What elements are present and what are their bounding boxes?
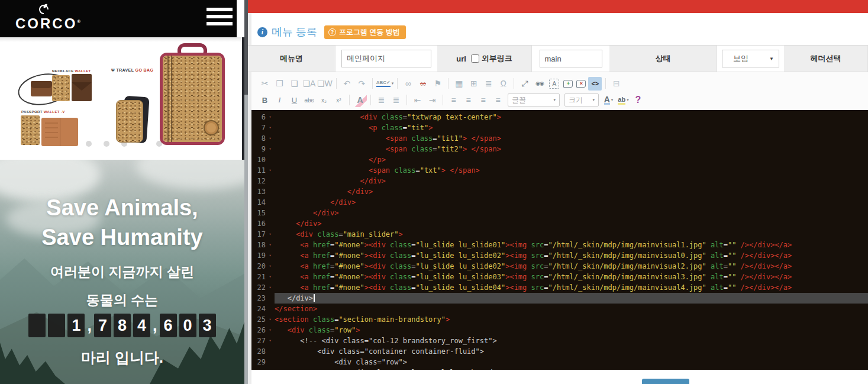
special-char-icon[interactable]: Ω bbox=[496, 77, 510, 91]
code-line[interactable]: 17▾ <div class="main_slider"> bbox=[251, 229, 868, 240]
program-link-help-button[interactable]: ? 프로그램 연동 방법 bbox=[324, 25, 406, 39]
remove-format-icon[interactable]: A bbox=[353, 93, 367, 107]
add-tag-bubble-icon[interactable]: + bbox=[563, 80, 573, 88]
fold-arrow-icon[interactable]: ▾ bbox=[266, 282, 275, 293]
fold-arrow-icon[interactable]: ▾ bbox=[266, 122, 275, 133]
code-line[interactable]: 25▾<section class="section-main-brandsto… bbox=[251, 314, 868, 325]
menu-name-input[interactable] bbox=[341, 50, 431, 67]
remove-tag-bubble-icon[interactable]: × bbox=[576, 80, 586, 88]
code-line[interactable]: 9▾ <span class="tit2"> </span> bbox=[251, 144, 868, 154]
align-justify-icon[interactable]: ≡ bbox=[491, 93, 505, 107]
fold-arrow-icon[interactable]: ▾ bbox=[266, 272, 275, 282]
toolbar-separator bbox=[406, 95, 407, 105]
fold-arrow-icon[interactable]: ▾ bbox=[266, 133, 275, 144]
font-size-dropdown[interactable]: 크기▾ bbox=[564, 93, 599, 107]
subscript-icon[interactable]: x₂ bbox=[317, 93, 331, 107]
fold-arrow-icon[interactable]: ▾ bbox=[266, 335, 275, 346]
strikethrough-icon[interactable]: abc bbox=[302, 93, 316, 107]
code-line[interactable]: 19▾ <a href="#none"><div class="lu_slide… bbox=[251, 250, 868, 261]
code-line[interactable]: 20▾ <a href="#none"><div class="lu_slide… bbox=[251, 261, 868, 272]
line-number: 27 bbox=[251, 335, 266, 346]
site-logo[interactable]: CORCO® bbox=[15, 3, 72, 31]
table-icon[interactable]: ⊞ bbox=[467, 77, 480, 91]
anchor-flag-icon[interactable]: ⚑ bbox=[431, 77, 444, 91]
undo-icon[interactable]: ↶ bbox=[340, 77, 354, 91]
code-line[interactable]: 23 </div> bbox=[251, 293, 868, 304]
image-icon[interactable]: ▦ bbox=[452, 77, 466, 91]
fold-arrow-icon[interactable]: ▾ bbox=[266, 112, 275, 122]
print-icon[interactable]: ⊟ bbox=[609, 77, 623, 91]
italic-icon[interactable]: I bbox=[273, 93, 286, 107]
align-right-icon[interactable]: ≡ bbox=[476, 93, 490, 107]
bold-icon[interactable]: B bbox=[258, 93, 272, 107]
unlink-icon[interactable]: ∞ bbox=[416, 77, 430, 91]
code-line[interactable]: 11▾ <span class="txt"> </span> bbox=[251, 165, 868, 176]
paste-word-icon[interactable]: ❏W bbox=[317, 77, 333, 91]
code-line[interactable]: 15 </div> bbox=[251, 208, 868, 218]
text-cursor bbox=[314, 294, 315, 302]
source-button[interactable]: <> bbox=[588, 77, 602, 91]
about-help-icon[interactable]: ? bbox=[631, 93, 645, 107]
cut-icon[interactable]: ✂ bbox=[258, 77, 272, 91]
external-link-checkbox[interactable] bbox=[471, 54, 479, 63]
slider-dot[interactable] bbox=[104, 141, 109, 147]
code-line[interactable]: 10 </p> bbox=[251, 154, 868, 165]
fold-arrow-icon[interactable]: ▾ bbox=[266, 240, 275, 250]
superscript-icon[interactable]: x² bbox=[332, 93, 346, 107]
code-line[interactable]: 29 <div class="row"> bbox=[251, 357, 868, 367]
fold-arrow-icon[interactable]: ▾ bbox=[266, 144, 275, 154]
chevron-down-icon: ▾ bbox=[553, 98, 556, 102]
fold-arrow-icon[interactable]: ▾ bbox=[266, 250, 275, 261]
code-line[interactable]: 18▾ <a href="#none"><div class="lu_slide… bbox=[251, 240, 868, 250]
bulleted-list-icon[interactable]: ≣ bbox=[389, 93, 403, 107]
fold-arrow-icon[interactable]: ▾ bbox=[266, 325, 275, 335]
indent-icon[interactable]: ⇥ bbox=[425, 93, 439, 107]
fold-arrow-icon[interactable]: ▾ bbox=[266, 165, 275, 176]
align-left-icon[interactable]: ≡ bbox=[447, 93, 460, 107]
horizontal-rule-icon[interactable]: ≣ bbox=[482, 77, 495, 91]
highlight-color-icon[interactable]: ab▾ bbox=[617, 93, 630, 107]
source-code-area[interactable]: 6▾ <div class="txtwrap text-center">7▾ <… bbox=[251, 110, 868, 370]
url-input[interactable] bbox=[540, 50, 602, 67]
select-all-icon[interactable]: A bbox=[549, 79, 559, 89]
toolbar-row-1: ✂❐❏❏A❏W↶↷ABC✓▾∞∞⚑▦⊞≣Ω⤢◉◉A+×<>⊟ bbox=[257, 75, 862, 92]
link-icon[interactable]: ∞ bbox=[401, 77, 415, 91]
numbered-list-icon[interactable]: ≣ bbox=[375, 93, 388, 107]
paste-icon[interactable]: ❏ bbox=[288, 77, 301, 91]
code-line[interactable]: 7▾ <p class="tit"> bbox=[251, 122, 868, 133]
fold-arrow-icon[interactable]: ▾ bbox=[266, 229, 275, 240]
code-line[interactable]: 21▾ <a href="#none"><div class="lu_slide… bbox=[251, 272, 868, 282]
maximize-icon[interactable]: ⤢ bbox=[518, 77, 531, 91]
redo-icon[interactable]: ↷ bbox=[355, 77, 369, 91]
preview-save-button[interactable]: 미리보기 bbox=[642, 379, 689, 384]
text-color-icon[interactable]: A▾ bbox=[602, 93, 615, 107]
code-line[interactable]: 16 </div> bbox=[251, 218, 868, 229]
code-line[interactable]: 28 <div class="container container-fluid… bbox=[251, 346, 868, 357]
code-line[interactable]: 22▾ <a href="#none"><div class="lu_slide… bbox=[251, 282, 868, 293]
paste-text-icon[interactable]: ❏A bbox=[302, 77, 316, 91]
code-line[interactable]: 6▾ <div class="txtwrap text-center"> bbox=[251, 112, 868, 122]
copy-icon[interactable]: ❐ bbox=[273, 77, 286, 91]
code-line[interactable]: 12 </div> bbox=[251, 176, 868, 186]
code-line[interactable]: 30 <div class="col-12 col-lg-5 brandstor… bbox=[251, 367, 868, 370]
spellcheck-icon[interactable]: ABC✓▾ bbox=[376, 77, 394, 91]
status-select[interactable]: 보임 ▼ bbox=[722, 50, 779, 67]
fold-arrow-icon[interactable]: ▾ bbox=[266, 314, 275, 325]
fold-arrow-icon[interactable]: ▾ bbox=[266, 261, 275, 272]
hamburger-menu-icon[interactable] bbox=[206, 8, 233, 29]
cloud-image bbox=[136, 160, 244, 189]
font-family-dropdown[interactable]: 글꼴▾ bbox=[508, 93, 560, 107]
align-center-icon[interactable]: ≡ bbox=[462, 93, 475, 107]
counter-comma: , bbox=[87, 317, 92, 335]
underline-icon[interactable]: U bbox=[288, 93, 301, 107]
outdent-icon[interactable]: ⇤ bbox=[411, 93, 424, 107]
slider-dot[interactable] bbox=[86, 141, 92, 147]
code-line[interactable]: 24</section> bbox=[251, 304, 868, 314]
product-slider[interactable]: NECKLACE WALLET PASSPORT WALLET -V Ψ TRA… bbox=[0, 37, 244, 160]
code-line[interactable]: 8▾ <span class="tit1"> </span> bbox=[251, 133, 868, 144]
code-line[interactable]: 27▾ <!-- <div class="col-12 brandstory_r… bbox=[251, 335, 868, 346]
code-line[interactable]: 14 </div> bbox=[251, 197, 868, 208]
find-icon[interactable]: ◉◉ bbox=[533, 77, 546, 91]
code-line[interactable]: 26▾ <div class="row"> bbox=[251, 325, 868, 335]
code-line[interactable]: 13 </div> bbox=[251, 186, 868, 197]
